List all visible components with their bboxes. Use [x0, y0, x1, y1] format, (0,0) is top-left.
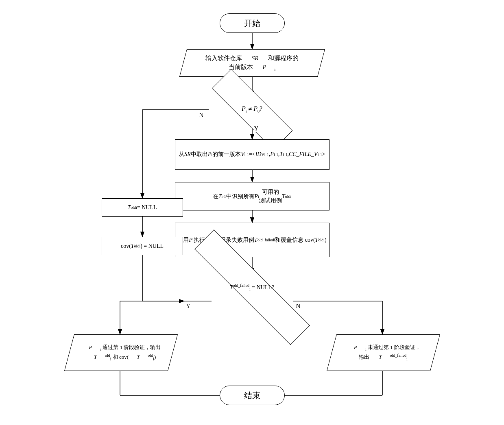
decision2-text: Told_failedi = NULL?: [230, 283, 275, 291]
decision1-text: Pi ≠ P0?: [242, 105, 262, 113]
output-pass-node: Pi 通过第 1 阶段验证，输出 Toldi 和 cov(Toldi): [69, 334, 173, 371]
input-label: 输入软件仓库 SR 和源程序的当前版本 Pi: [197, 54, 307, 73]
label-y2: Y: [186, 303, 191, 310]
told-null-node: Toldi = NULL: [102, 198, 183, 217]
label-n2: N: [296, 303, 301, 310]
label-n1: N: [199, 112, 204, 119]
identify-node: 在 Ti-1 中识别所有 Pi 可用的 测试用例 Toldi: [175, 182, 329, 210]
label-y1: Y: [254, 125, 259, 132]
decision2-node: Told_failedi = NULL?: [184, 273, 320, 301]
decision1-node: Pi ≠ P0?: [209, 96, 296, 123]
input-node: 输入软件仓库 SR 和源程序的当前版本 Pi: [183, 49, 321, 77]
extract-node: 从 SR 中取出 Pi 的前一版本 Vi-1=<IDVi-1, Pi-1, Ti…: [175, 139, 329, 170]
output-fail-node: Pi 未通过第 1 阶段验证， 输出 Told_failedi: [332, 334, 435, 371]
end-node: 结束: [220, 386, 285, 405]
cov-null-node: cov(Toldi) = NULL: [102, 237, 183, 255]
output-pass-label: Pi 通过第 1 阶段验证，输出 Toldi 和 cov(Toldi): [73, 343, 169, 362]
start-node: 开始: [220, 13, 285, 33]
output-fail-label: Pi 未通过第 1 阶段验证， 输出 Told_failedi: [338, 343, 429, 362]
flowchart: 开始 输入软件仓库 SR 和源程序的当前版本 Pi Pi ≠ P0? 从 SR …: [49, 5, 456, 420]
